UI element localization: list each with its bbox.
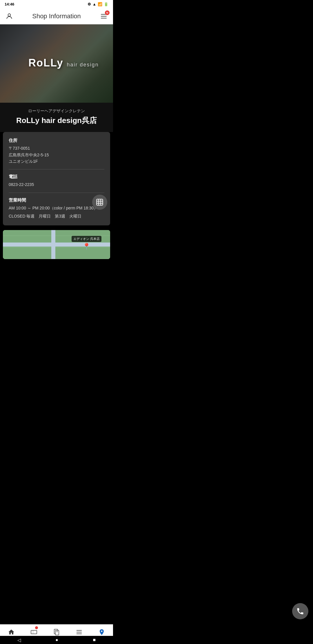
address-label: 住所 (9, 138, 104, 143)
menu-button[interactable]: N (99, 12, 108, 21)
shop-name-section: ローリーヘアデザインクレテン RoLLy hair design呉店 (0, 103, 113, 132)
map-road-vertical (51, 230, 55, 259)
address-value: 〒737-0051広島県呉市中央2-5-15ユニオンビル1F (9, 145, 104, 164)
status-bar: 14:46 ⚙ ▲ 📶 🔋 (0, 0, 113, 8)
status-icons: ⚙ ▲ 📶 🔋 (88, 2, 108, 6)
signal-icon: 📶 (98, 2, 102, 6)
notification-badge: N (105, 10, 110, 15)
info-card: 住所 〒737-0051広島県呉市中央2-5-15ユニオンビル1F 電話 082… (3, 132, 110, 225)
wifi-icon: ▲ (92, 2, 96, 6)
hero-image: RoLLy hair design (0, 24, 113, 103)
main-content: RoLLy hair design ローリーヘアデザインクレテン RoLLy h… (0, 24, 113, 288)
hours-block: 営業時間 AM 10:00 ～ PM 20:00（color / perm PM… (9, 198, 104, 220)
hours-time: AM 10:00 ～ PM 20:00（color / perm PM 18:3… (9, 205, 104, 211)
address-block: 住所 〒737-0051広島県呉市中央2-5-15ユニオンビル1F (9, 138, 104, 169)
map-directions-button[interactable] (92, 195, 107, 210)
status-time: 14:46 (5, 2, 14, 6)
profile-button[interactable] (5, 12, 14, 21)
hero-brand-sub: hair design (67, 62, 99, 68)
header: Shop Information N (0, 8, 113, 24)
hours-label: 営業時間 (9, 198, 104, 203)
map-preview[interactable]: エディオン 呉本店 📍 (3, 230, 110, 259)
hero-brand-name: RoLLy (28, 57, 63, 69)
svg-point-0 (8, 14, 11, 16)
shop-ruby: ローリーヘアデザインクレテン (6, 108, 107, 114)
svg-rect-4 (97, 199, 103, 205)
hero-background: RoLLy hair design (0, 24, 113, 103)
hours-closed: CLOSED 毎週 月曜日 第3週 火曜日 (9, 213, 104, 219)
shop-main-name: RoLLy hair design呉店 (6, 116, 107, 125)
map-pin-label: エディオン 呉本店 (72, 236, 101, 242)
map-pin: エディオン 呉本店 📍 (72, 236, 101, 250)
phone-label: 電話 (9, 174, 104, 180)
phone-block[interactable]: 電話 0823-22-2235 (9, 174, 104, 193)
map-pin-icon: 📍 (83, 243, 90, 250)
settings-icon: ⚙ (88, 2, 91, 6)
page-title: Shop Information (14, 12, 99, 20)
phone-number[interactable]: 0823-22-2235 (9, 181, 104, 188)
battery-icon: 🔋 (104, 2, 108, 6)
